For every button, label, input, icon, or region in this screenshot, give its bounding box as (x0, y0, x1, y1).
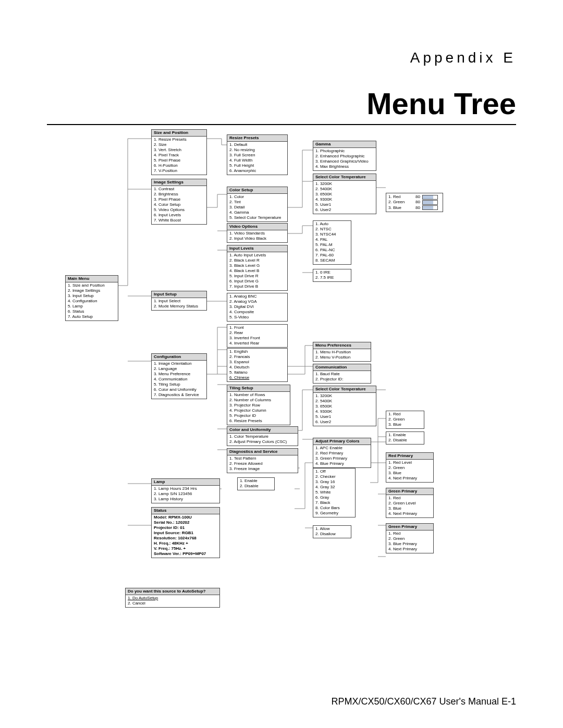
menu-item: 4. Black Level B (229, 268, 285, 274)
menu-item: 2. Projector ID: (315, 377, 369, 382)
box-header: Resize Presets (227, 135, 287, 142)
menu-item: 6. Gray (315, 495, 353, 500)
box-body: 1. Contrast2. Brightness3. Pixel Phase4.… (152, 186, 206, 224)
menu-item: 1. Enable (240, 478, 272, 484)
box-body: 1. English2. Francais3. Espanol4. Deutsc… (227, 349, 287, 381)
menu-item: 7. Input Drive B (229, 284, 285, 289)
box-body: 1. Off2. Checker3. Gray 164. Gray 325. W… (313, 468, 355, 517)
menu-item: V. Freq.: 75Hz. + (154, 546, 217, 551)
menu-item: 4. Configuration (68, 299, 116, 304)
menu-item: 1. Baud Rate (315, 372, 369, 377)
box-body: 1. 0 IRE2. 7.5 IRE (313, 269, 351, 281)
menu-item: 3. Digital DVI (229, 304, 285, 310)
box-body: 1. 3200K2. 5400K3. 6500K4. 9300K5. User1… (313, 181, 376, 214)
menu-item: 2. Lamp S/N 123456 (154, 491, 217, 497)
menu-item: 4. Gamma (229, 210, 285, 215)
menu-item: 5. Lamp (68, 304, 116, 309)
box-header: Green Primary (386, 488, 433, 495)
menu-item: 4. Gray 32 (315, 485, 353, 490)
menu-item: 1. Resize Presets (154, 137, 204, 142)
menu-item: 4. Blue Primary (315, 461, 369, 466)
menu-item: 1. Allow (315, 526, 349, 532)
menu-item: 2. No resizing (229, 147, 285, 153)
menu-item: 4. Inverted Rear (229, 341, 285, 346)
box-lamp: Lamp1. Lamp Hours 234 Hrs2. Lamp S/N 123… (151, 478, 220, 503)
menu-item: 3. Enhanced Graphics/Video (315, 159, 374, 164)
menu-item: 2. Cancel (128, 601, 217, 606)
box-body: 1. Menu H-Position2. Menu V-Position (313, 349, 371, 361)
menu-item: 8. SECAM (315, 258, 349, 263)
box-status: StatusModel: RPMX-100USerial No.: 120202… (151, 507, 220, 558)
box-header: Color Setup (227, 187, 287, 194)
page: Appendix E Menu Tree Main Menu1. Size an… (0, 0, 563, 728)
menu-item: 5. S-Video (229, 315, 285, 320)
box-header: Main Menu (66, 276, 118, 282)
menu-item: 2. Input Video Black (229, 236, 285, 241)
box-header: Status (152, 508, 219, 514)
box-body: 1. Red Level2. Green3. Blue4. Next Prima… (386, 460, 433, 482)
menu-item: 2. Disable (240, 484, 272, 489)
menu-item: 4. Communication (154, 377, 204, 382)
menu-item: 3. Menu Preference (154, 372, 204, 377)
menu-item: Serial No.: 120202 (154, 520, 217, 525)
menu-item: 1. Color Temperature (229, 434, 296, 439)
box-header: Red Primary (386, 453, 433, 460)
menu-item: 2. Rear (229, 330, 285, 336)
box-body: 1. Test Pattern2. Freeze Allowed3. Freez… (227, 455, 298, 473)
menu-item: 4. Color Setup (154, 202, 204, 207)
box-color-setup: Color Setup1. Color2. Tint3. Detail4. Ga… (227, 187, 288, 222)
box-header: Input Setup (152, 291, 206, 298)
menu-item: 1. Do AutoSetup (128, 596, 217, 601)
menu-item: 3. Green Primary (315, 456, 369, 461)
menu-item: 5. Video Options (154, 207, 204, 213)
menu-item: 5. Full Height (229, 163, 285, 168)
menu-item: 6. Chinese (229, 375, 285, 380)
box-body: 1. Number of Rows2. Number of Columns3. … (227, 392, 290, 425)
menu-item: 4. Projector Column (229, 408, 288, 413)
menu-item: 4. Deutsch (229, 365, 285, 370)
menu-item: Projector ID: 01 (154, 525, 217, 530)
menu-item: 2. Language (154, 366, 204, 372)
box-select-color-temp-2: Select Color Temperature1. 3200K2. 5400K… (313, 386, 376, 426)
box-body: 1. Auto Input Levels2. Black Level R3. B… (227, 252, 287, 290)
menu-item: 3. Projector Row (229, 403, 288, 408)
slider-bar (422, 200, 438, 205)
menu-item: 4. Next Primary (388, 511, 431, 516)
box-header: Select Color Temperature (313, 174, 376, 181)
box-input-levels: Input Levels1. Auto Input Levels2. Black… (227, 245, 288, 291)
box-allow: 1. Allow2. Disallow (313, 525, 351, 538)
menu-item: 1. 3200K (315, 393, 374, 399)
box-select-color-temp-1: Select Color Temperature1. 3200K2. 5400K… (313, 174, 376, 214)
box-header: Color and Uniformity (227, 427, 298, 434)
menu-item: 3. Input Setup (68, 293, 116, 299)
menu-item: 4. Next Primary (388, 476, 431, 481)
menu-item: 1. Front (229, 325, 285, 330)
menu-item: 8. Color Bars (315, 505, 353, 511)
menu-item: 1. Menu H-Position (315, 350, 369, 355)
box-body: 1. Red2. Green Level3. Blue4. Next Prima… (386, 495, 433, 517)
menu-item: 1. Number of Rows (229, 392, 288, 398)
menu-item: 2. Green (388, 536, 431, 541)
page-title: Menu Tree (366, 86, 516, 121)
box-header: Lamp (152, 479, 219, 486)
box-gamma: Gamma1. Photographic2. Enhanced Photogra… (313, 141, 376, 171)
box-video-options: Video Options1. Video Standards2. Input … (227, 223, 288, 243)
menu-item: 5. Tiling Setup (154, 382, 204, 387)
box-test-pattern: 1. Off2. Checker3. Gray 164. Gray 325. W… (313, 468, 356, 517)
menu-item: 2. Black Level R (229, 258, 285, 263)
menu-item: 1. Auto Input Levels (229, 253, 285, 258)
menu-item: 3. Blue (388, 471, 431, 476)
slider-bar (422, 205, 438, 210)
menu-item: 7. White Boost (154, 218, 204, 223)
box-header: Green Primary (386, 524, 433, 530)
menu-item: 1. Contrast (154, 187, 204, 192)
box-rgb: 1. Red2. Green3. Blue (386, 411, 424, 429)
menu-item: 1. APC Enable (315, 446, 369, 451)
menu-item: 5. PAL-M (315, 242, 349, 248)
menu-item: 2. Checker (315, 474, 353, 479)
box-body: 1. Resize Presets2. Size3. Vert. Stretch… (152, 137, 206, 175)
menu-item: 2. NTSC (315, 227, 349, 232)
menu-item: 2. Size (154, 142, 204, 147)
menu-item: 1. Enable (388, 433, 422, 438)
menu-item: 4. Next Primary (388, 547, 431, 552)
